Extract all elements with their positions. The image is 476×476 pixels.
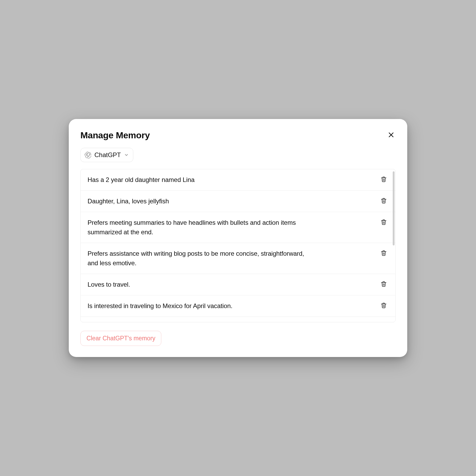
memory-text: Is interested in traveling to Mexico for… bbox=[88, 301, 232, 311]
clear-memory-button[interactable]: Clear ChatGPT's memory bbox=[80, 331, 161, 346]
memory-row: Loves to travel. bbox=[81, 274, 395, 295]
selector-label: ChatGPT bbox=[94, 151, 121, 159]
delete-memory-button[interactable] bbox=[380, 280, 387, 289]
chevron-down-icon bbox=[124, 153, 129, 157]
memory-text: Loves to travel. bbox=[88, 280, 130, 289]
close-icon bbox=[388, 131, 395, 139]
modal-title: Manage Memory bbox=[80, 130, 150, 140]
delete-memory-button[interactable] bbox=[380, 176, 387, 184]
source-selector[interactable]: ChatGPT bbox=[80, 148, 133, 162]
close-button[interactable] bbox=[387, 130, 396, 140]
memory-row: Daughter, Lina, loves jellyfish bbox=[81, 191, 395, 212]
modal-footer: Clear ChatGPT's memory bbox=[80, 331, 396, 346]
memory-row: Prefers meeting summaries to have headli… bbox=[81, 212, 395, 243]
delete-memory-button[interactable] bbox=[380, 302, 387, 310]
manage-memory-modal: Manage Memory ChatGPT Has bbox=[69, 119, 407, 357]
trash-icon bbox=[381, 305, 387, 309]
trash-icon bbox=[381, 179, 387, 183]
memory-text: Prefers assistance with writing blog pos… bbox=[88, 249, 304, 268]
trash-icon bbox=[381, 253, 387, 257]
memory-row: Is interested in traveling to Mexico for… bbox=[81, 295, 395, 317]
trash-icon bbox=[381, 201, 387, 205]
memory-row: Prefers assistance with writing blog pos… bbox=[81, 243, 395, 274]
memory-list[interactable]: Has a 2 year old daughter named Lina Dau… bbox=[81, 169, 395, 322]
scrollbar-thumb[interactable] bbox=[393, 171, 395, 245]
memory-text: Daughter, Lina, loves jellyfish bbox=[88, 196, 169, 206]
memory-list-container: Has a 2 year old daughter named Lina Dau… bbox=[80, 169, 396, 322]
memory-text: Prefers meeting summaries to have headli… bbox=[88, 218, 304, 237]
trash-icon bbox=[381, 284, 387, 288]
delete-memory-button[interactable] bbox=[380, 218, 387, 227]
memory-text: Has a 2 year old daughter named Lina bbox=[88, 175, 195, 185]
modal-header: Manage Memory bbox=[80, 130, 396, 140]
delete-memory-button[interactable] bbox=[380, 197, 387, 205]
chatgpt-logo-icon bbox=[84, 152, 91, 158]
delete-memory-button[interactable] bbox=[380, 249, 387, 258]
trash-icon bbox=[381, 222, 387, 226]
memory-row: Has a 2 year old daughter named Lina bbox=[81, 169, 395, 191]
memory-row bbox=[81, 317, 395, 322]
